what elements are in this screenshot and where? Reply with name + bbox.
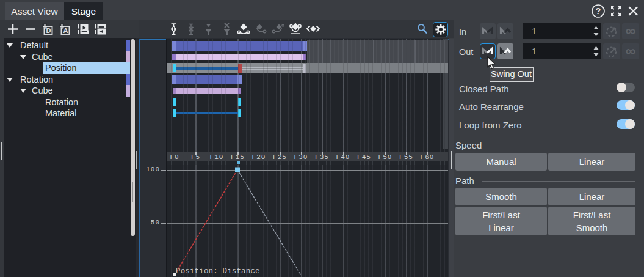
svg-text:A: A [63, 27, 68, 34]
svg-text:D: D [46, 27, 51, 34]
svg-text:?: ? [596, 6, 601, 16]
